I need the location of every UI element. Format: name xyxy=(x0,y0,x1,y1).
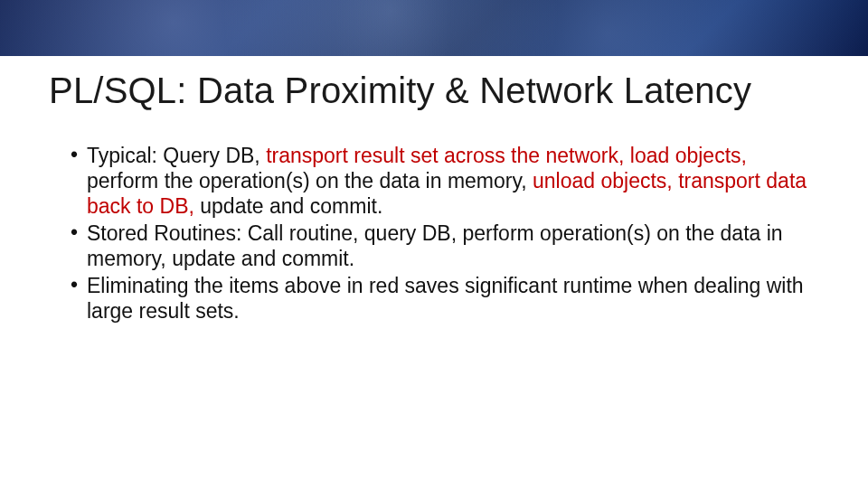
slide-title: PL/SQL: Data Proximity & Network Latency xyxy=(49,70,751,111)
bullet-1: Typical: Query DB, transport result set … xyxy=(71,143,814,219)
bullet-3: Eliminating the items above in red saves… xyxy=(71,273,814,324)
bullet-1-red-1: transport result set across the network,… xyxy=(266,144,747,167)
banner-image xyxy=(0,0,868,56)
bullet-2: Stored Routines: Call routine, query DB,… xyxy=(71,221,814,271)
slide-body: Typical: Query DB, transport result set … xyxy=(71,143,814,325)
slide: PL/SQL: Data Proximity & Network Latency… xyxy=(0,0,868,488)
bullet-1-text-3: update and commit. xyxy=(200,194,382,218)
bullet-1-text-1: Typical: Query DB, xyxy=(87,144,266,167)
bullet-1-text-2: perform the operation(s) on the data in … xyxy=(87,169,533,192)
